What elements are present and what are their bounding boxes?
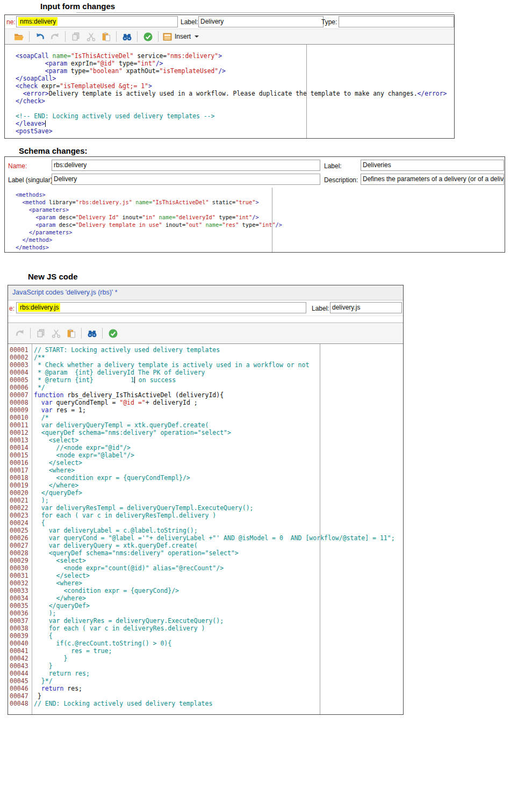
line-number: 00001 <box>8 346 32 354</box>
cut-icon <box>86 32 96 42</box>
code-line: <parameters> <box>16 206 505 213</box>
js-editor-toolbar <box>8 323 403 343</box>
page: { "colors": { "highlight": "#ffff00", "r… <box>0 0 532 796</box>
redo-button <box>13 327 26 340</box>
toolbar-separator <box>29 31 30 42</box>
code-line: 00035 </queryDef> <box>8 602 403 609</box>
toolbar-separator <box>137 31 138 42</box>
validate-button[interactable] <box>141 30 154 43</box>
chevron-down-icon <box>195 35 199 38</box>
js-code-panel: JavaScript codes 'delivery.js (rbs)' * e… <box>8 285 404 715</box>
code-line: 00008 var queryCondTempl = "@id ="+ deli… <box>8 399 403 406</box>
code-line: </methods> <box>16 243 505 251</box>
code-line: 00032 <where> <box>8 579 403 587</box>
schema-singular-label: Label (singular): <box>8 176 54 184</box>
line-number: 00008 <box>8 399 32 406</box>
code-line: <methods> <box>16 191 505 198</box>
line-number: 00025 <box>8 527 32 534</box>
validate-icon <box>143 32 153 42</box>
schema-description-input[interactable]: Defines the parameters of a delivery (or… <box>361 174 504 185</box>
code-line: 00021 ); <box>8 497 403 504</box>
line-number: 00047 <box>8 692 32 700</box>
code-line: <soapCall name="IsThisActiveDel" service… <box>16 52 454 60</box>
text-caret <box>45 120 46 127</box>
cut-icon <box>51 328 61 339</box>
undo-button[interactable] <box>33 30 46 43</box>
validate-button[interactable] <box>106 327 119 340</box>
code-line: </parameters> <box>16 228 505 236</box>
label-input[interactable]: Delivery <box>198 16 323 27</box>
code-line: 00017 <where> <box>8 467 403 474</box>
line-number: 00033 <box>8 587 32 594</box>
folder-open-button[interactable] <box>12 30 25 43</box>
code-line: <param type="boolean" xpathOut="isTempla… <box>16 67 454 75</box>
paste-icon <box>66 328 76 339</box>
copy-icon <box>71 32 81 42</box>
insert-button[interactable]: Insert <box>162 30 199 43</box>
line-number: 00046 <box>8 685 32 692</box>
label-label: Label: <box>181 18 198 26</box>
schema-description-label: Description: <box>324 176 358 184</box>
code-line: 00033 <condition expr = {queryCond}/> <box>8 587 403 594</box>
code-line: 00041 res = true; <box>8 647 403 655</box>
code-line: 00019 </where> <box>8 482 403 489</box>
line-number: 00048 <box>8 700 32 707</box>
js-name-input[interactable]: rbs:delivery.js <box>16 302 306 313</box>
schema-xml-editor[interactable]: <methods> <method library="rbs:delivery.… <box>5 188 505 252</box>
code-line: <error>Delivery template is actively use… <box>16 90 454 97</box>
line-number: 00030 <box>8 564 32 572</box>
line-number: 00028 <box>8 549 32 557</box>
section2-heading: Schema changes: <box>19 146 88 155</box>
line-number: 00015 <box>8 451 32 459</box>
line-number: 00039 <box>8 632 32 640</box>
code-line: 00044 return res; <box>8 670 403 677</box>
line-number: 00027 <box>8 542 32 549</box>
paste-icon <box>101 32 111 42</box>
line-number: 00005 <box>8 376 32 384</box>
schema-label-input[interactable]: Deliveries <box>361 160 504 171</box>
code-line: 00040 if(c.@recCount.toString() > 0){ <box>8 640 403 647</box>
code-line: 00002/** <box>8 354 403 361</box>
line-number: 00036 <box>8 609 32 617</box>
code-line: 00046 return res; <box>8 685 403 692</box>
schema-name-label: Name: <box>8 162 27 170</box>
code-line: 00043 } <box>8 662 403 670</box>
find-button[interactable] <box>85 327 98 340</box>
schema-fields-row1: Name: rbs:delivery Label: Deliveries <box>5 157 505 171</box>
schema-name-input[interactable]: rbs:delivery <box>52 160 320 171</box>
line-number: 00021 <box>8 497 32 504</box>
line-number: 00042 <box>8 655 32 662</box>
redo-icon <box>50 32 60 42</box>
js-label-input[interactable]: delivery.js <box>330 302 402 313</box>
line-number: 00029 <box>8 557 32 564</box>
js-fields-row: e: rbs:delivery.js Label: delivery.js <box>8 300 403 316</box>
schema-label-value: Deliveries <box>363 161 391 169</box>
line-number: 00044 <box>8 670 32 677</box>
paste-button[interactable] <box>64 327 77 340</box>
code-line: 00022 var deliveryResTempl = deliveryQue… <box>8 504 403 512</box>
code-line: 00016 </select> <box>8 459 403 467</box>
schema-singular-input[interactable]: Delivery <box>52 174 320 185</box>
code-line <box>16 105 454 112</box>
find-icon <box>87 328 97 339</box>
schema-panel: Name: rbs:delivery Label: Deliveries Lab… <box>4 156 505 253</box>
code-line: 00020 </queryDef> <box>8 489 403 497</box>
line-number: 00024 <box>8 519 32 527</box>
code-line: 00038 for each ( var c in deliveryRes.de… <box>8 625 403 632</box>
toolbar-separator <box>102 328 103 339</box>
toolbar-separator <box>30 328 31 339</box>
js-code-editor[interactable]: 00001// START: Locking actively used del… <box>8 343 403 714</box>
line-number: 00035 <box>8 602 32 609</box>
schema-singular-value: Delivery <box>54 175 77 183</box>
input-form-fields-row: ne: nms:delivery Label: Delivery Type: <box>5 15 454 28</box>
code-line: <param desc="Delivery Id" inout="in" nam… <box>16 213 505 221</box>
toolbar-separator <box>158 31 159 42</box>
name-input[interactable]: nms:delivery <box>16 16 178 27</box>
find-button[interactable] <box>120 30 133 43</box>
paste-button[interactable] <box>99 30 112 43</box>
code-line: 00034 </where> <box>8 594 403 602</box>
form-xml-editor[interactable]: <soapCall name="IsThisActiveDel" service… <box>5 44 454 138</box>
toolbar-separator <box>116 31 117 42</box>
type-input[interactable] <box>339 16 454 27</box>
edge-guide-line <box>272 188 272 252</box>
